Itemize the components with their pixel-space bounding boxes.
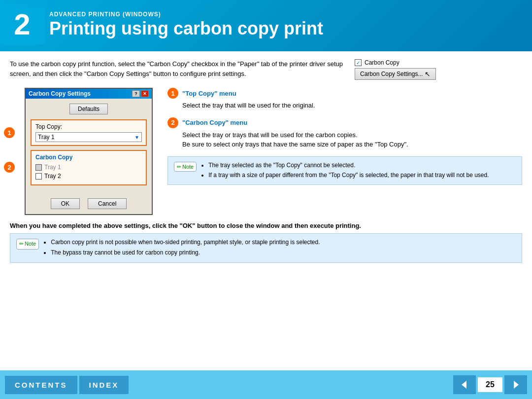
carbon-copy-group-title: Carbon Copy bbox=[35, 154, 142, 161]
desc-body-2a: Select the tray or trays that will be us… bbox=[167, 130, 522, 140]
top-copy-value: Tray 1 bbox=[38, 134, 55, 141]
bottom-note-box: ✏ Note Carbon copy print is not possible… bbox=[10, 233, 522, 263]
dialog-close-btn[interactable]: ✕ bbox=[141, 90, 149, 97]
next-arrow-icon bbox=[510, 379, 522, 391]
carbon-copy-checkbox[interactable]: ✓ bbox=[355, 59, 362, 66]
tray2-checkbox[interactable] bbox=[35, 173, 42, 180]
bottom-note-badge: ✏ Note bbox=[16, 239, 39, 250]
ok-button[interactable]: OK bbox=[51, 198, 80, 209]
carbon-copy-checkbox-item: ✓ Carbon Copy bbox=[355, 59, 436, 66]
middle-section: 1 2 Carbon Copy Settings ? ✕ Defaults To bbox=[10, 88, 522, 215]
descriptions-area: 1 "Top Copy" menu Select the tray that w… bbox=[167, 88, 522, 215]
header-subtitle: ADVANCED PRINTING (WINDOWS) bbox=[49, 11, 522, 18]
note-badge-label: Note bbox=[182, 163, 194, 171]
desc-circle-2: 2 bbox=[167, 117, 178, 128]
desc-title-1: "Top Copy" menu bbox=[182, 90, 236, 97]
dialog-titlebar: Carbon Copy Settings ? ✕ bbox=[26, 89, 152, 99]
desc-item-1: 1 "Top Copy" menu Select the tray that w… bbox=[167, 88, 522, 110]
note-content: The tray selected as the "Top Copy" cann… bbox=[200, 161, 489, 181]
chapter-number: 2 bbox=[0, 5, 44, 44]
bottom-note-section: When you have completed the above settin… bbox=[10, 222, 522, 263]
bottom-note-bullet-1: Carbon copy print is not possible when t… bbox=[51, 238, 320, 247]
desc-title-2: "Carbon Copy" menu bbox=[182, 119, 247, 126]
intro-text: To use the carbon copy print function, s… bbox=[10, 59, 345, 78]
bottom-note-badge-label: Note bbox=[25, 240, 36, 249]
pencil-icon: ✏ bbox=[177, 163, 181, 171]
dialog-help-btn[interactable]: ? bbox=[132, 90, 140, 97]
annotation-1-wrapper: 1 bbox=[4, 127, 15, 138]
note-bullet-1: The tray selected as the "Top Copy" cann… bbox=[208, 161, 489, 170]
prev-arrow-icon bbox=[459, 379, 470, 391]
top-copy-group: Top Copy: Tray 1 ▼ bbox=[31, 119, 147, 146]
bottom-bold-text: When you have completed the above settin… bbox=[10, 222, 522, 229]
dropdown-arrow-icon: ▼ bbox=[134, 135, 139, 140]
desc-item-2: 2 "Carbon Copy" menu Select the tray or … bbox=[167, 117, 522, 149]
checkbox-area: ✓ Carbon Copy Carbon Copy Settings... ↖ bbox=[355, 59, 436, 80]
annotation-2-wrapper: 2 bbox=[4, 162, 15, 173]
bottom-pencil-icon: ✏ bbox=[19, 240, 24, 249]
carbon-copy-settings-button[interactable]: Carbon Copy Settings... ↖ bbox=[355, 68, 436, 80]
tray2-label: Tray 2 bbox=[44, 173, 61, 180]
header-title: Printing using carbon copy print bbox=[49, 19, 522, 38]
bottom-note-content: Carbon copy print is not possible when t… bbox=[43, 238, 320, 258]
note-bullet-2: If a tray with a size of paper different… bbox=[208, 171, 489, 180]
annotation-circle-2: 2 bbox=[4, 162, 15, 173]
next-page-button[interactable] bbox=[504, 375, 527, 394]
page-number: 25 bbox=[478, 377, 502, 392]
top-copy-dropdown[interactable]: Tray 1 ▼ bbox=[35, 132, 142, 142]
note-box: ✏ Note The tray selected as the "Top Cop… bbox=[167, 156, 522, 185]
desc-heading-1: 1 "Top Copy" menu bbox=[167, 88, 522, 99]
bottom-note-bullet-2: The bypass tray cannot be used for carbo… bbox=[51, 248, 320, 257]
dialog-body: Defaults Top Copy: Tray 1 ▼ Carbon Copy … bbox=[26, 99, 152, 195]
dialog-wrapper: 1 2 Carbon Copy Settings ? ✕ Defaults To bbox=[10, 88, 153, 215]
tray1-row: Tray 1 bbox=[35, 164, 142, 171]
header-text: ADVANCED PRINTING (WINDOWS) Printing usi… bbox=[44, 11, 522, 38]
settings-button-label: Carbon Copy Settings... bbox=[360, 71, 423, 77]
carbon-copy-dialog: Carbon Copy Settings ? ✕ Defaults Top Co… bbox=[25, 88, 153, 215]
main-content: To use the carbon copy print function, s… bbox=[0, 51, 532, 268]
prev-page-button[interactable] bbox=[453, 375, 476, 394]
desc-heading-2: 2 "Carbon Copy" menu bbox=[167, 117, 522, 128]
carbon-copy-label: Carbon Copy bbox=[365, 59, 399, 66]
cursor-icon: ↖ bbox=[425, 70, 431, 78]
footer: CONTENTS INDEX 25 bbox=[0, 370, 532, 399]
tray2-row: Tray 2 bbox=[35, 173, 142, 180]
top-copy-label: Top Copy: bbox=[35, 123, 142, 130]
tray1-label: Tray 1 bbox=[44, 164, 61, 171]
dialog-window-controls: ? ✕ bbox=[132, 90, 149, 97]
cancel-button[interactable]: Cancel bbox=[88, 198, 127, 209]
index-button[interactable]: INDEX bbox=[79, 376, 129, 394]
desc-body-1: Select the tray that will be used for th… bbox=[167, 101, 522, 110]
carbon-copy-group: Carbon Copy Tray 1 Tray 2 bbox=[31, 150, 147, 185]
note-badge: ✏ Note bbox=[174, 162, 197, 172]
intro-section: To use the carbon copy print function, s… bbox=[10, 59, 522, 80]
dialog-footer: OK Cancel bbox=[26, 195, 152, 214]
desc-body-2b: Be sure to select only trays that have t… bbox=[167, 140, 522, 149]
page-header: 2 ADVANCED PRINTING (WINDOWS) Printing u… bbox=[0, 0, 532, 51]
desc-circle-1: 1 bbox=[167, 88, 178, 99]
svg-marker-1 bbox=[514, 381, 519, 389]
dialog-title: Carbon Copy Settings bbox=[29, 90, 91, 97]
defaults-button[interactable]: Defaults bbox=[69, 104, 108, 114]
tray1-checkbox[interactable] bbox=[35, 164, 42, 171]
contents-button[interactable]: CONTENTS bbox=[5, 376, 77, 394]
annotation-circle-1: 1 bbox=[4, 127, 15, 138]
svg-marker-0 bbox=[462, 381, 466, 389]
